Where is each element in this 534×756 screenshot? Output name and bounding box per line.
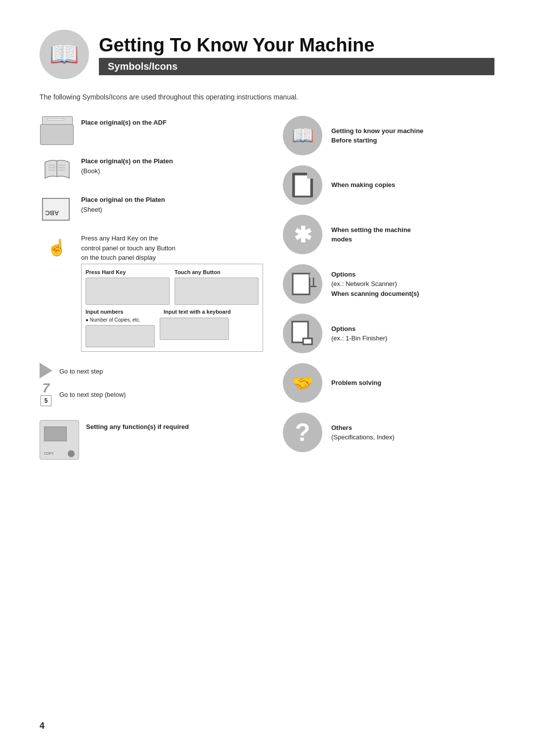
press-key-label: Press any Hard Key on the control panel … [81,232,263,352]
machine-modes-circle: ✱ [283,215,322,254]
problem-solving-text: Problem solving [331,378,381,388]
list-item: 📖 Getting to know your machine Before st… [283,116,494,155]
list-item: ✱ When setting the machine modes [283,215,494,254]
book-icon: 📖 [49,41,79,68]
svg-marker-8 [311,175,314,178]
finisher-circle [283,314,322,353]
press-key-box-header: Press Hard Key Touch any Button [86,268,259,305]
press-key-row2: Input numbers ● Number of Copies, etc. I… [86,308,259,347]
goto-next-below-label: Go to next step (below) [59,388,126,400]
goto-below-icons: 7 5 [40,381,52,406]
input-text-panel [160,318,229,340]
making-copies-text: When making copies [331,180,395,190]
before-starting-text: Getting to know your machine Before star… [331,126,423,145]
section-banner: Symbols/Icons [99,58,494,75]
goto-next-label: Go to next step [59,365,103,377]
list-item: 🤝 Problem solving [283,363,494,403]
page-number: 4 [40,721,44,731]
adf-body [40,124,74,145]
finger-icon-wrap: ☝ [40,232,74,261]
adf-icon [40,116,74,145]
header-text-block: Getting To Know Your Machine Symbols/Ico… [99,30,494,75]
scanning-text: Options (ex.: Network Scanner) When scan… [331,270,419,299]
book-in-circle-icon: 📖 [292,125,314,146]
list-item: Place original(s) on the Platen (Book) [40,154,263,184]
machine-modes-text: When setting the machine modes [331,225,411,244]
platen-book-icon [40,154,74,184]
adf-machine-drawing [40,116,74,145]
list-item: Options (ex.: Network Scanner) When scan… [283,264,494,304]
problem-solving-circle: 🤝 [283,363,322,403]
goto-next-item: Go to next step [40,363,263,378]
header-area: 📖 Getting To Know Your Machine Symbols/I… [40,30,494,79]
input-numbers-panel [86,325,155,347]
open-book-svg [44,158,71,181]
press-hard-key-col: Press Hard Key [86,268,170,305]
list-item: Options (ex.: 1-Bin Finisher) [283,314,494,353]
others-circle: ? [283,413,322,452]
platen-sheet-icon: ABC [40,193,74,223]
question-mark-icon: ? [295,418,311,447]
setting-func-item: COPY Setting any function(s) if required [40,420,263,460]
goto-section: Go to next step 7 5 Go to next step (bel… [40,363,263,406]
list-item: When making copies [283,165,494,205]
page-main-title: Getting To Know Your Machine [99,35,494,56]
input-text-wrap: Input text with a keyboard [160,308,231,340]
svg-rect-15 [303,338,312,344]
sheet-wrap: ABC [42,195,72,221]
intro-text: The following Symbols/Icons are used thr… [40,93,494,101]
before-starting-circle: 📖 [283,116,322,155]
header-book-icon: 📖 [40,30,89,79]
copy-machine-label: COPY [44,452,54,455]
finger-icon: ☝ [47,238,67,257]
making-copies-circle [283,165,322,205]
left-column: Place original(s) on the ADF [40,116,263,460]
goto-next-below-item: 7 5 Go to next step (below) [40,381,263,406]
arrow-right-icon [40,363,52,378]
copy-machine-screen [44,426,67,441]
copy-machine-btn [68,450,75,457]
touch-button-col: Touch any Button [175,268,259,305]
scan-doc-icon [292,272,313,296]
scanning-circle [283,264,322,304]
press-key-box: Press Hard Key Touch any Button Input nu… [81,264,263,352]
asterisk-icon: ✱ [294,222,312,247]
adf-paper [47,118,64,120]
platen-book-label: Place original(s) on the Platen (Book) [81,154,173,176]
finisher-text: Options (ex.: 1-Bin Finisher) [331,324,387,343]
right-column: 📖 Getting to know your machine Before st… [283,116,494,460]
others-text: Others (Specifications, Index) [331,423,395,442]
list-item: ? Others (Specifications, Index) [283,413,494,452]
list-item: Place original(s) on the ADF [40,116,263,145]
italic-7-icon: 7 [43,381,49,394]
number-box: 5 [41,395,51,406]
input-numbers-wrap: Input numbers ● Number of Copies, etc. [86,308,155,347]
sheet-text: ABC [45,209,59,217]
handshake-icon: 🤝 [292,373,313,393]
hard-key-panel-img [86,278,170,305]
adf-label: Place original(s) on the ADF [81,116,167,128]
svg-rect-9 [293,274,310,294]
svg-rect-7 [294,175,311,196]
finisher-doc-icon [291,321,314,346]
touch-button-panel-img [175,278,259,305]
platen-sheet-label: Place original on the Platen (Sheet) [81,193,165,214]
symbols-grid: Place original(s) on the ADF [40,116,494,460]
setting-func-label: Setting any function(s) if required [86,420,189,432]
copy-machine-icon: COPY [40,420,79,460]
svg-marker-10 [310,274,313,278]
list-item: ABC Place original on the Platen (Sheet) [40,193,263,223]
copy-page-icon [292,173,313,197]
page-container: 📖 Getting To Know Your Machine Symbols/I… [0,0,534,499]
list-item: ☝ Press any Hard Key on the control pane… [40,232,263,352]
